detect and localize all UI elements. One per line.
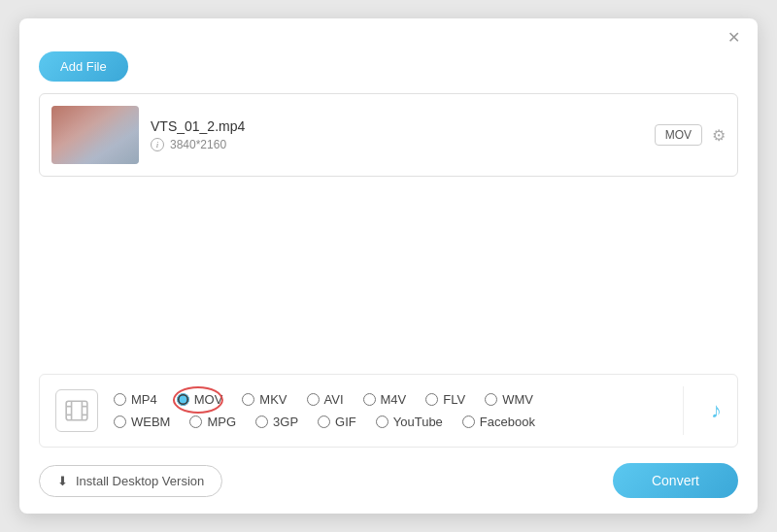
file-resolution: 3840*2160 [170, 138, 226, 151]
file-list: VTS_01_2.mp4 i 3840*2160 MOV ⚙ [39, 93, 738, 177]
install-label: Install Desktop Version [76, 474, 204, 488]
music-icon[interactable]: ♪ [711, 398, 722, 423]
format-options: MP4 MOV MKV AVI M4V [114, 392, 663, 429]
toolbar: Add File [19, 48, 758, 93]
format-row-1: MP4 MOV MKV AVI M4V [114, 392, 663, 407]
file-meta: i 3840*2160 [151, 138, 643, 151]
radio-youtube[interactable]: YouTube [376, 415, 443, 429]
radio-gif[interactable]: GIF [318, 415, 356, 429]
add-file-button[interactable]: Add File [39, 51, 128, 82]
convert-button[interactable]: Convert [613, 463, 738, 498]
bottom-bar: ⬇ Install Desktop Version Convert [19, 448, 758, 514]
radio-mp4[interactable]: MP4 [114, 392, 157, 407]
settings-icon[interactable]: ⚙ [712, 126, 726, 145]
radio-wmv[interactable]: WMV [485, 392, 533, 407]
radio-mov[interactable]: MOV [177, 392, 223, 407]
file-actions: MOV ⚙ [655, 124, 726, 146]
close-button[interactable]: ✕ [724, 28, 744, 48]
format-icon-container [55, 389, 98, 432]
install-button[interactable]: ⬇ Install Desktop Version [39, 465, 222, 497]
title-bar: ✕ [19, 18, 758, 48]
radio-flv[interactable]: FLV [425, 392, 465, 407]
format-badge[interactable]: MOV [655, 124, 702, 146]
file-thumbnail [51, 106, 139, 164]
film-icon [64, 398, 89, 423]
info-icon: i [151, 138, 164, 151]
format-row-2: WEBM MPG 3GP GIF YouTube [114, 415, 663, 429]
radio-3gp[interactable]: 3GP [255, 415, 298, 429]
radio-mkv[interactable]: MKV [242, 392, 287, 407]
panel-divider [683, 386, 684, 435]
file-name: VTS_01_2.mp4 [151, 118, 643, 134]
file-info: VTS_01_2.mp4 i 3840*2160 [151, 118, 643, 151]
radio-mpg[interactable]: MPG [189, 415, 236, 429]
download-icon: ⬇ [57, 474, 68, 488]
radio-facebook[interactable]: Facebook [462, 415, 535, 429]
radio-m4v[interactable]: M4V [363, 392, 407, 407]
format-panel: MP4 MOV MKV AVI M4V [39, 374, 738, 448]
main-dialog: ✕ Add File VTS_01_2.mp4 i 3840*2160 MOV … [19, 18, 758, 514]
thumbnail-overlay [51, 106, 139, 164]
radio-avi[interactable]: AVI [307, 392, 344, 407]
close-icon: ✕ [727, 29, 740, 46]
radio-webm[interactable]: WEBM [114, 415, 170, 429]
svg-rect-0 [66, 401, 87, 420]
